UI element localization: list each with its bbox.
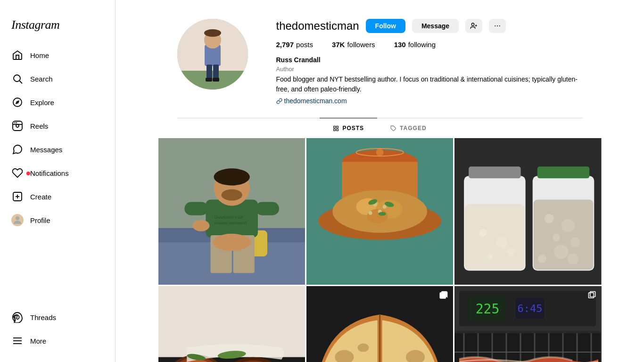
svg-text:225: 225 [476,301,500,317]
svg-rect-33 [337,126,339,128]
profile-header: thedomesticman Follow Message [177,19,583,105]
svg-rect-137 [590,292,595,297]
more-options-button[interactable] [489,19,506,33]
sidebar-item-explore[interactable]: Explore [6,90,109,114]
create-icon [11,190,24,203]
website-label: thedomesticman.com [284,97,347,105]
svg-point-84 [570,237,580,247]
svg-rect-79 [537,166,589,178]
instagram-logo[interactable]: Instagram [6,9,109,43]
svg-point-67 [378,212,386,216]
grid-post-6[interactable]: 225 6:45 [454,286,601,362]
notification-badge [26,172,30,175]
grid-post-4[interactable] [158,286,305,362]
sidebar-item-reels[interactable]: Reels [6,114,109,138]
svg-point-82 [561,219,575,232]
svg-rect-73 [465,205,525,270]
svg-marker-3 [16,100,19,104]
sidebar-item-notifications[interactable]: Notifications [6,161,109,185]
more-icon [11,335,24,347]
svg-point-75 [496,237,508,248]
svg-point-74 [479,229,487,237]
sidebar-item-threads[interactable]: Threads [6,305,109,329]
sidebar-item-more[interactable]: More [6,329,109,353]
sidebar: Instagram Home Search Explore [0,0,116,362]
svg-point-52 [213,234,250,251]
home-icon [11,49,24,61]
link-icon [276,98,282,104]
posts-grid: UNIVERSITY OF HAWAII WARRIOR [158,138,602,362]
svg-point-64 [368,211,372,215]
sidebar-item-messages[interactable]: Messages [6,138,109,161]
svg-point-31 [499,25,500,26]
profile-website[interactable]: thedomesticman.com [276,97,583,105]
followers-count: 37K [332,41,345,49]
messages-icon [11,143,24,156]
multi-post-icon-2 [587,291,597,300]
svg-point-29 [495,25,495,26]
sidebar-bottom: Threads More [6,305,109,353]
tab-tagged[interactable]: TAGGED [377,118,439,138]
svg-rect-4 [13,121,22,131]
reels-icon [11,120,24,132]
svg-text:HAWAII WARRIOR: HAWAII WARRIOR [214,221,247,225]
profile-stats: 2,797 posts 37K followers 130 following [276,41,583,49]
svg-point-44 [221,189,242,200]
profile-bio: Food blogger and NYT bestselling author.… [276,74,583,94]
sidebar-label-profile: Profile [30,216,50,224]
svg-point-68 [376,148,383,156]
message-button[interactable]: Message [412,19,459,33]
profile-category: Author [276,66,583,73]
sidebar-label-search: Search [30,75,53,83]
svg-point-76 [487,254,493,259]
grid-post-3[interactable] [454,138,601,285]
svg-point-86 [538,255,546,263]
svg-rect-24 [206,78,212,82]
sidebar-label-threads: Threads [30,313,56,321]
profile-info: thedomesticman Follow Message [276,19,583,105]
sidebar-item-profile[interactable]: Profile [6,208,109,232]
sidebar-label-explore: Explore [30,99,54,107]
profile-username: thedomesticman [276,19,359,33]
svg-rect-35 [337,129,339,131]
svg-rect-50 [255,202,279,215]
sidebar-label-home: Home [30,51,49,59]
sidebar-item-home[interactable]: Home [6,43,109,67]
profile-name: Russ Crandall [276,56,583,64]
sidebar-label-reels: Reels [30,122,48,130]
followers-stat[interactable]: 37K followers [332,41,375,49]
multi-post-icon [439,291,448,300]
svg-point-81 [545,214,554,223]
grid-icon [333,125,339,132]
profile-avatar [177,19,248,90]
profile-tabs: POSTS TAGGED [177,118,583,138]
svg-rect-32 [334,126,336,128]
svg-rect-49 [184,202,208,215]
posts-stat: 2,797 posts [276,41,313,49]
tab-tagged-label: TAGGED [400,125,426,132]
grid-post-5[interactable] [306,286,453,362]
followers-label: followers [347,41,375,49]
profile-avatar-small [11,214,24,226]
svg-point-12 [16,216,19,220]
add-person-button[interactable] [465,19,482,33]
svg-point-85 [554,245,568,259]
tab-posts[interactable]: POSTS [320,118,377,138]
sidebar-item-search[interactable]: Search [6,67,109,90]
svg-point-8 [16,122,17,123]
following-stat[interactable]: 130 following [394,41,436,49]
svg-line-1 [20,81,23,84]
svg-point-21 [204,29,221,37]
sidebar-item-create[interactable]: Create [6,185,109,208]
grid-post-2[interactable] [306,138,453,285]
svg-point-51 [192,220,209,231]
svg-rect-22 [206,65,212,79]
tag-icon [390,125,396,132]
grid-post-1[interactable]: UNIVERSITY OF HAWAII WARRIOR [158,138,305,285]
svg-point-62 [383,205,387,209]
username-row: thedomesticman Follow Message [276,19,583,33]
svg-rect-25 [213,78,219,82]
svg-point-87 [567,253,578,264]
follow-button[interactable]: Follow [366,19,405,33]
svg-point-7 [14,122,15,123]
